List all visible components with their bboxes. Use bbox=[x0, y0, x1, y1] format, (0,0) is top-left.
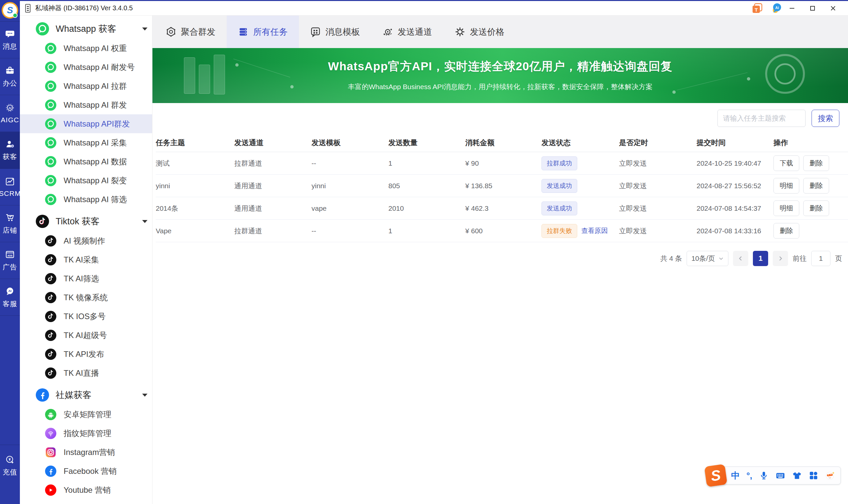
yuan-glyph: ¥ bbox=[8, 457, 11, 461]
page-size-value: 10条/页 bbox=[691, 254, 715, 263]
nav-tk-mirror[interactable]: TK 镜像系统 bbox=[20, 288, 152, 307]
ime-language-mode[interactable]: 中 bbox=[731, 470, 740, 482]
maximize-button[interactable] bbox=[802, 2, 823, 15]
tab-message-templates[interactable]: 消息模板 bbox=[299, 16, 371, 48]
nav-android-matrix[interactable]: 安卓矩阵管理 bbox=[20, 405, 152, 424]
window-top-border bbox=[0, 0, 848, 1]
skin-shirt-icon[interactable] bbox=[792, 470, 802, 481]
keyboard-icon[interactable] bbox=[775, 470, 786, 481]
rail-item-ads[interactable]: ADS 广告 bbox=[0, 242, 20, 279]
rail-item-office[interactable]: 办公 bbox=[0, 58, 20, 95]
rail-item-acquisition[interactable]: 获客 bbox=[0, 132, 20, 169]
task-search-input[interactable] bbox=[718, 110, 806, 127]
chevron-down-icon[interactable] bbox=[142, 28, 147, 31]
view-reason-link[interactable]: 查看原因 bbox=[581, 227, 608, 234]
nav-item-label: Whatsapp AI 群发 bbox=[64, 100, 127, 110]
nav-wa-fission[interactable]: Whatsapp AI 裂变 bbox=[20, 171, 152, 190]
chevron-down-icon[interactable] bbox=[142, 220, 147, 223]
app-window: S 消息 办公 AI AIGC 获客 SCRM bbox=[0, 0, 848, 504]
tiktok-icon bbox=[45, 367, 56, 379]
whatsapp-icon bbox=[45, 137, 56, 148]
nav-wa-data[interactable]: Whatsapp AI 数据 bbox=[20, 152, 152, 171]
tab-label: 消息模板 bbox=[325, 26, 360, 38]
translate-tool-icon[interactable]: T bbox=[752, 3, 762, 14]
tiktok-icon bbox=[45, 330, 56, 341]
nav-tk-filter[interactable]: TK AI筛选 bbox=[20, 269, 152, 288]
whatsapp-icon bbox=[45, 61, 56, 73]
prev-page-button[interactable] bbox=[733, 251, 748, 266]
nav-tk-video[interactable]: AI 视频制作 bbox=[20, 231, 152, 250]
tab-send-channels[interactable]: 发送通道 bbox=[371, 16, 444, 48]
nav-wa-group-pull[interactable]: Whatsapp AI 拉群 bbox=[20, 76, 152, 95]
nav-item-label: TK AI筛选 bbox=[64, 273, 99, 284]
rail-item-recharge[interactable]: ¥ 充值 bbox=[0, 450, 20, 481]
template-bubble-icon bbox=[310, 26, 321, 37]
sogou-logo[interactable]: S bbox=[704, 464, 727, 487]
nav-tk-super[interactable]: TK AI超级号 bbox=[20, 326, 152, 345]
delete-button[interactable]: 删除 bbox=[803, 200, 829, 216]
download-button[interactable]: 下载 bbox=[773, 156, 799, 171]
nav-wa-bulk-send[interactable]: Whatsapp AI 群发 bbox=[20, 95, 152, 114]
chat-bubble-icon bbox=[5, 29, 15, 39]
nav-tk-ios[interactable]: TK IOS多号 bbox=[20, 307, 152, 326]
cell-count: 805 bbox=[389, 182, 465, 190]
nav-wa-durable[interactable]: Whatsapp AI 耐发号 bbox=[20, 58, 152, 76]
microphone-icon[interactable] bbox=[759, 470, 769, 481]
rail-item-support[interactable]: AI 客服 bbox=[0, 279, 20, 316]
col-header-time: 提交时间 bbox=[697, 138, 773, 148]
emoji-mascot-icon[interactable] bbox=[825, 470, 835, 481]
goto-page-input[interactable] bbox=[811, 251, 830, 266]
cell-amount: ¥ 90 bbox=[465, 159, 541, 167]
nav-tk-collect[interactable]: TK AI采集 bbox=[20, 250, 152, 269]
chevron-down-icon[interactable] bbox=[142, 394, 147, 397]
ime-toolbar: S 中 °, bbox=[705, 466, 841, 485]
network-dot-deco bbox=[747, 77, 750, 80]
nav-facebook[interactable]: Facebook 营销 bbox=[20, 462, 152, 481]
whatsapp-icon bbox=[36, 22, 49, 35]
tab-aggregate-send[interactable]: 聚合群发 bbox=[155, 16, 227, 48]
delete-button[interactable]: 删除 bbox=[803, 178, 829, 194]
nav-youtube[interactable]: Youtube 营销 bbox=[20, 481, 152, 499]
rail-item-label: SCRM bbox=[0, 190, 21, 198]
group-whatsapp[interactable]: Whatsapp 获客 bbox=[20, 19, 152, 39]
cell-count: 2010 bbox=[389, 204, 465, 212]
rail-item-scrm[interactable]: SCRM bbox=[0, 169, 20, 205]
cell-topic: 测试 bbox=[156, 159, 234, 168]
detail-button[interactable]: 明细 bbox=[773, 200, 799, 216]
cell-timing: 立即发送 bbox=[619, 181, 697, 191]
nav-fingerprint-matrix[interactable]: 指纹矩阵管理 bbox=[20, 424, 152, 443]
tab-all-tasks[interactable]: 所有任务 bbox=[227, 16, 299, 48]
nav-instagram[interactable]: Instagram营销 bbox=[20, 443, 152, 462]
toolbox-grid-icon[interactable] bbox=[809, 470, 818, 481]
detail-button[interactable]: 明细 bbox=[773, 178, 799, 194]
page-size-select[interactable]: 10条/页 bbox=[687, 251, 728, 266]
next-page-button[interactable] bbox=[773, 251, 788, 266]
ai-assistant-icon[interactable]: Ai bbox=[771, 3, 782, 14]
current-page-button[interactable]: 1 bbox=[753, 251, 768, 266]
nav-tk-api[interactable]: TK API发布 bbox=[20, 345, 152, 363]
tasks-table: 任务主题 发送通道 发送模板 发送数量 消耗金额 发送状态 是否定时 提交时间 … bbox=[152, 133, 848, 242]
close-button[interactable] bbox=[823, 2, 843, 15]
nav-wa-filter[interactable]: Whatsapp AI 筛选 bbox=[20, 190, 152, 209]
cell-template: vape bbox=[311, 204, 389, 212]
tab-send-pricing[interactable]: 发送价格 bbox=[444, 16, 516, 48]
nav-wa-collect[interactable]: Whatsapp AI 采集 bbox=[20, 133, 152, 152]
rail-item-shop[interactable]: 店铺 bbox=[0, 205, 20, 242]
ai-assistant-badge-text: Ai bbox=[775, 6, 779, 10]
rail-item-aigc[interactable]: AI AIGC bbox=[0, 95, 20, 132]
search-button[interactable]: 搜索 bbox=[812, 110, 840, 127]
delete-button[interactable]: 删除 bbox=[803, 156, 829, 171]
rail-item-label: 充值 bbox=[3, 468, 17, 477]
cell-time: 2024-10-25 19:40:47 bbox=[697, 159, 773, 167]
ime-punctuation-mode[interactable]: °, bbox=[746, 470, 752, 481]
nav-wa-api-bulk[interactable]: Whatsapp API群发 bbox=[20, 114, 152, 133]
nav-tk-live[interactable]: TK AI直播 bbox=[20, 363, 152, 382]
group-social[interactable]: 社媒获客 bbox=[20, 385, 152, 405]
group-tiktok[interactable]: Tiktok 获客 bbox=[20, 211, 152, 231]
rail-item-messages[interactable]: 消息 bbox=[0, 21, 20, 58]
user-plus-icon bbox=[5, 139, 15, 149]
minimize-button[interactable] bbox=[782, 2, 802, 15]
nav-wa-weight[interactable]: Whatsapp AI 权重 bbox=[20, 39, 152, 58]
delete-button[interactable]: 删除 bbox=[773, 223, 799, 238]
rail-item-label: AIGC bbox=[1, 116, 19, 124]
